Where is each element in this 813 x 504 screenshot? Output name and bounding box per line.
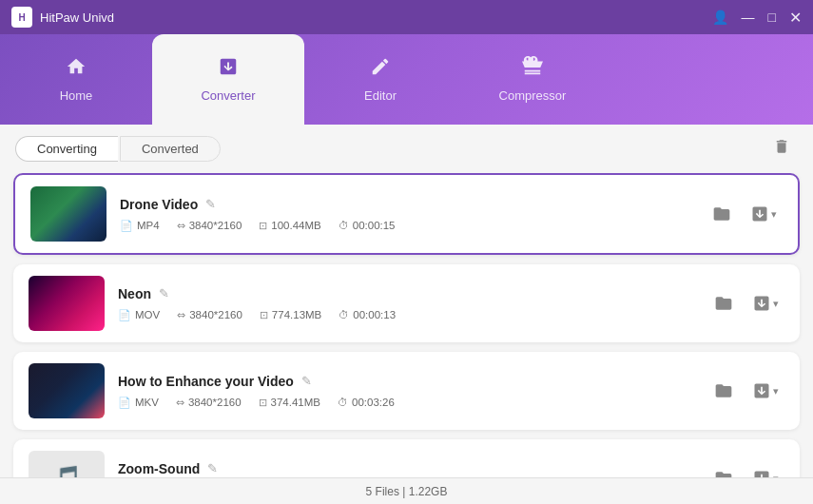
tab-converter[interactable]: Converter bbox=[152, 34, 304, 125]
meta-format-enhance: 📄 MKV bbox=[118, 397, 159, 409]
file-info-neon: Neon ✎ 📄 MOV ⇔ 3840*2160 ⊡ 774.13MB bbox=[118, 286, 695, 321]
nav-bar: Home Converter Editor Compressor bbox=[0, 34, 813, 125]
thumbnail-drone bbox=[30, 186, 106, 242]
meta-format-drone: 📄 MP4 bbox=[120, 220, 160, 232]
status-text: 5 Files | 1.22GB bbox=[366, 485, 448, 498]
file-meta-enhance: 📄 MKV ⇔ 3840*2160 ⊡ 374.41MB ⏱ 00:03:26 bbox=[118, 397, 695, 409]
sub-tabs-left: Converting Converted bbox=[15, 136, 221, 162]
edit-icon-drone[interactable]: ✎ bbox=[205, 197, 216, 211]
edit-icon-enhance[interactable]: ✎ bbox=[301, 374, 312, 388]
file-actions-enhance: ▾ bbox=[708, 378, 784, 404]
convert-chevron-drone: ▾ bbox=[771, 208, 777, 221]
thumbnail-enhance bbox=[29, 363, 105, 418]
file-name-enhance: How to Enhance your Video bbox=[118, 374, 294, 389]
file-meta-drone: 📄 MP4 ⇔ 3840*2160 ⊡ 100.44MB ⏱ 00:00:15 bbox=[120, 220, 693, 232]
account-icon[interactable]: 👤 bbox=[712, 10, 728, 25]
file-name-row-neon: Neon ✎ bbox=[118, 286, 695, 301]
app-logo: H bbox=[11, 7, 32, 28]
convert-btn-enhance[interactable]: ▾ bbox=[746, 378, 784, 404]
tab-editor-label: Editor bbox=[364, 88, 397, 103]
meta-resolution-neon: ⇔ 3840*2160 bbox=[177, 309, 242, 321]
meta-duration-drone: ⏱ 00:00:15 bbox=[339, 220, 396, 231]
convert-chevron-enhance: ▾ bbox=[773, 385, 779, 397]
file-name-row-sound: Zoom-Sound ✎ bbox=[118, 461, 695, 476]
subtab-converted[interactable]: Converted bbox=[120, 136, 221, 162]
meta-resolution-drone: ⇔ 3840*2160 bbox=[177, 220, 242, 232]
converter-icon bbox=[218, 56, 239, 83]
convert-btn-drone[interactable]: ▾ bbox=[745, 201, 783, 227]
folder-btn-sound[interactable] bbox=[708, 465, 739, 477]
convert-btn-sound[interactable]: ▾ bbox=[746, 465, 784, 477]
maximize-icon[interactable]: □ bbox=[768, 10, 776, 25]
subtab-converting[interactable]: Converting bbox=[15, 136, 118, 162]
title-bar: H HitPaw Univd 👤 — □ ✕ bbox=[0, 0, 813, 34]
convert-chevron-neon: ▾ bbox=[773, 298, 779, 310]
file-info-sound: Zoom-Sound ✎ 📄 M4A ⇔ 320kbps ⊡ 142.88KB bbox=[118, 461, 695, 478]
file-item-drone: Drone Video ✎ 📄 MP4 ⇔ 3840*2160 ⊡ 100.44… bbox=[13, 173, 800, 255]
meta-size-neon: ⊡ 774.13MB bbox=[260, 309, 321, 321]
title-bar-left: H HitPaw Univd bbox=[11, 7, 114, 28]
tab-editor[interactable]: Editor bbox=[304, 34, 456, 125]
file-actions-sound: ▾ bbox=[708, 465, 784, 477]
meta-size-drone: ⊡ 100.44MB bbox=[259, 220, 320, 232]
meta-size-enhance: ⊡ 374.41MB bbox=[259, 397, 320, 409]
minimize-icon[interactable]: — bbox=[742, 10, 755, 25]
home-icon bbox=[66, 56, 87, 83]
edit-icon-sound[interactable]: ✎ bbox=[207, 461, 218, 475]
thumbnail-sound: 🎵 bbox=[29, 451, 105, 477]
size-icon-drone: ⊡ bbox=[259, 220, 267, 232]
file-meta-neon: 📄 MOV ⇔ 3840*2160 ⊡ 774.13MB ⏱ 00:00:13 bbox=[118, 309, 695, 321]
close-icon[interactable]: ✕ bbox=[789, 9, 802, 27]
meta-duration-enhance: ⏱ 00:03:26 bbox=[338, 397, 395, 408]
thumbnail-neon bbox=[29, 276, 105, 331]
file-actions-neon: ▾ bbox=[708, 290, 784, 317]
file-list: Drone Video ✎ 📄 MP4 ⇔ 3840*2160 ⊡ 100.44… bbox=[0, 173, 813, 477]
meta-resolution-enhance: ⇔ 3840*2160 bbox=[176, 397, 242, 409]
tab-compressor-label: Compressor bbox=[499, 88, 567, 103]
status-bar: 5 Files | 1.22GB bbox=[0, 477, 813, 504]
music-icon: 🎵 bbox=[51, 464, 82, 478]
file-info-enhance: How to Enhance your Video ✎ 📄 MKV ⇔ 3840… bbox=[118, 374, 695, 409]
editor-icon bbox=[370, 56, 391, 83]
app-title: HitPaw Univd bbox=[40, 10, 114, 25]
folder-btn-drone[interactable] bbox=[707, 201, 737, 227]
delete-all-button[interactable] bbox=[765, 134, 798, 164]
folder-btn-neon[interactable] bbox=[708, 290, 739, 317]
file-actions-drone: ▾ bbox=[707, 201, 783, 227]
tab-compressor[interactable]: Compressor bbox=[456, 34, 609, 125]
file-item-neon: Neon ✎ 📄 MOV ⇔ 3840*2160 ⊡ 774.13MB bbox=[13, 264, 800, 342]
file-info-drone: Drone Video ✎ 📄 MP4 ⇔ 3840*2160 ⊡ 100.44… bbox=[120, 197, 693, 232]
meta-format-neon: 📄 MOV bbox=[118, 309, 160, 321]
file-item-sound: 🎵 Zoom-Sound ✎ 📄 M4A ⇔ 320kbps bbox=[13, 439, 800, 477]
sub-tabs-bar: Converting Converted bbox=[0, 125, 813, 173]
file-name-sound: Zoom-Sound bbox=[118, 461, 200, 476]
tab-home[interactable]: Home bbox=[0, 34, 152, 125]
duration-icon-drone: ⏱ bbox=[339, 220, 349, 231]
folder-btn-enhance[interactable] bbox=[708, 378, 739, 404]
resolution-icon-drone: ⇔ bbox=[177, 220, 185, 232]
title-bar-controls: 👤 — □ ✕ bbox=[712, 9, 802, 27]
format-icon-drone: 📄 bbox=[120, 220, 133, 232]
convert-btn-neon[interactable]: ▾ bbox=[746, 290, 784, 317]
meta-duration-neon: ⏱ 00:00:13 bbox=[339, 309, 396, 320]
tab-home-label: Home bbox=[60, 88, 93, 103]
file-name-row-drone: Drone Video ✎ bbox=[120, 197, 693, 212]
file-name-neon: Neon bbox=[118, 286, 151, 301]
file-name-row-enhance: How to Enhance your Video ✎ bbox=[118, 374, 695, 389]
file-name-drone: Drone Video bbox=[120, 197, 198, 212]
main-content: Converting Converted Drone Video ✎ 📄 M bbox=[0, 125, 813, 504]
file-item-enhance: How to Enhance your Video ✎ 📄 MKV ⇔ 3840… bbox=[13, 352, 800, 430]
edit-icon-neon[interactable]: ✎ bbox=[159, 286, 169, 300]
compressor-icon bbox=[522, 56, 543, 83]
tab-converter-label: Converter bbox=[201, 88, 255, 103]
